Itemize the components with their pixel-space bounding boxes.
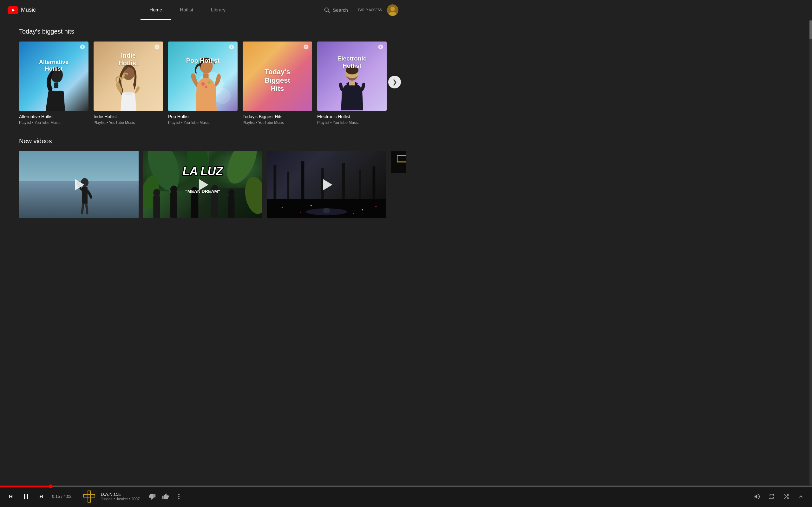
header: Music Home Hotlist Library Search EARLY …	[0, 0, 406, 20]
video-thumb-2: LA LUZ "MEAN DREAM"	[143, 151, 263, 218]
svg-point-15	[205, 86, 208, 89]
card-play-icon-alt	[80, 44, 85, 51]
svg-point-53	[354, 213, 354, 214]
svg-rect-34	[229, 195, 235, 218]
video-1-play-overlay	[71, 177, 86, 192]
video-thumb-1	[19, 151, 139, 218]
next-button[interactable]: ❯	[388, 76, 401, 89]
video-card-1[interactable]	[19, 151, 139, 218]
logo-text: Music	[21, 7, 36, 13]
card-electronic-thumb: Electronic Hotlist	[317, 42, 387, 111]
svg-point-14	[208, 81, 211, 84]
video-card-2[interactable]: LA LUZ "MEAN DREAM"	[143, 151, 263, 218]
svg-point-29	[170, 186, 177, 193]
pop-card-subtitle: Playlist • YouTube Music	[168, 120, 238, 125]
svg-line-3	[328, 11, 329, 12]
svg-rect-30	[191, 193, 198, 218]
biggest-card-subtitle: Playlist • YouTube Music	[243, 120, 312, 125]
hotlist-cards-row: Alternative Hotlist Alternative Hotlist …	[19, 42, 387, 125]
nav-library[interactable]: Library	[202, 0, 235, 20]
svg-rect-28	[170, 192, 177, 218]
early-access-label: EARLY ACCESS	[358, 8, 382, 12]
video-thumb-4	[391, 151, 406, 173]
video-cards-row: LA LUZ "MEAN DREAM"	[0, 151, 406, 218]
electronic-card-title: Electronic Hotlist	[317, 114, 387, 119]
search-area[interactable]: Search	[324, 7, 348, 13]
svg-rect-8	[54, 83, 58, 89]
hotlist-cards-container: Alternative Hotlist Alternative Hotlist …	[0, 42, 406, 125]
svg-point-27	[153, 189, 160, 196]
card-pop-thumb: Pop Hotlist	[168, 42, 238, 111]
video-3-play-overlay	[319, 177, 334, 192]
card-today-biggest[interactable]: Today's Biggest Hits Today's Biggest Hit…	[243, 42, 312, 125]
svg-rect-10	[125, 92, 132, 95]
play-triangle-3	[323, 179, 333, 190]
card-electronic-hotlist[interactable]: Electronic Hotlist Electronic Hotlist Pl…	[317, 42, 387, 125]
chevron-right-icon: ❯	[392, 78, 397, 86]
electronic-label: Electronic Hotlist	[335, 42, 369, 77]
svg-rect-26	[153, 195, 160, 218]
nav-hotlist[interactable]: Hotlist	[171, 0, 202, 20]
la-luz-text: LA LUZ	[183, 166, 223, 177]
video-card-3[interactable]	[267, 151, 386, 218]
video-2-play-overlay	[195, 177, 210, 192]
svg-point-55	[323, 208, 330, 213]
indie-card-title: Indie Hotlist	[94, 114, 163, 119]
svg-point-45	[294, 210, 294, 211]
svg-point-46	[310, 205, 312, 206]
nav-home[interactable]: Home	[141, 0, 171, 20]
card-indie-hotlist[interactable]: Indie Hotlist Indie Hotlist Playlist • Y…	[94, 42, 163, 125]
svg-point-13	[201, 82, 205, 86]
video-thumb-3	[267, 151, 386, 218]
pop-label: Pop Hotlist	[186, 42, 220, 72]
main-content: Today's biggest hits	[0, 20, 406, 263]
search-label: Search	[333, 7, 348, 13]
svg-point-48	[345, 205, 346, 205]
youtube-icon	[8, 6, 18, 14]
biggest-hits-title: Today's biggest hits	[0, 28, 406, 35]
indie-card-subtitle: Playlist • YouTube Music	[94, 120, 163, 125]
main-nav: Home Hotlist Library	[51, 0, 324, 20]
avatar[interactable]	[387, 4, 398, 16]
alt-card-title: Alternative Hotlist	[19, 114, 89, 119]
header-right: EARLY ACCESS	[358, 4, 398, 16]
indie-label: Indie Hotlist	[111, 42, 146, 74]
svg-rect-18	[349, 81, 355, 86]
card-biggest-thumb: Today's Biggest Hits	[243, 42, 312, 111]
play-triangle-2	[199, 179, 208, 190]
card-alt-thumb: Alternative Hotlist	[19, 42, 89, 111]
alt-card-subtitle: Playlist • YouTube Music	[19, 120, 89, 125]
card-indie-thumb: Indie Hotlist	[94, 42, 163, 111]
new-videos-section: New videos	[0, 137, 406, 218]
svg-point-25	[242, 175, 263, 216]
svg-point-44	[282, 207, 283, 208]
card-alt-hotlist[interactable]: Alternative Hotlist Alternative Hotlist …	[19, 42, 89, 125]
svg-point-50	[375, 206, 376, 207]
svg-point-5	[391, 7, 395, 11]
pop-card-title: Pop Hotlist	[168, 114, 238, 119]
biggest-card-title: Today's Biggest Hits	[243, 114, 312, 119]
svg-rect-57	[397, 156, 406, 162]
card-pop-hotlist[interactable]: Pop Hotlist Pop Hotlist Playlist • YouTu…	[168, 42, 238, 125]
new-videos-title: New videos	[0, 137, 406, 145]
card-play-icon-biggest	[303, 44, 309, 51]
electronic-card-subtitle: Playlist • YouTube Music	[317, 120, 387, 125]
svg-point-35	[229, 189, 235, 196]
video-card-4-partial[interactable]	[391, 151, 406, 218]
alt-label: Alternative Hotlist	[37, 45, 71, 79]
svg-point-51	[301, 212, 301, 213]
svg-rect-32	[211, 191, 218, 218]
svg-point-49	[362, 209, 363, 210]
logo[interactable]: Music	[8, 6, 36, 14]
search-icon	[324, 7, 330, 13]
cross-svg	[397, 151, 406, 173]
biggest-label: Today's Biggest Hits	[260, 51, 295, 101]
play-triangle-1	[75, 179, 84, 190]
biggest-hits-section: Today's biggest hits	[0, 28, 406, 125]
